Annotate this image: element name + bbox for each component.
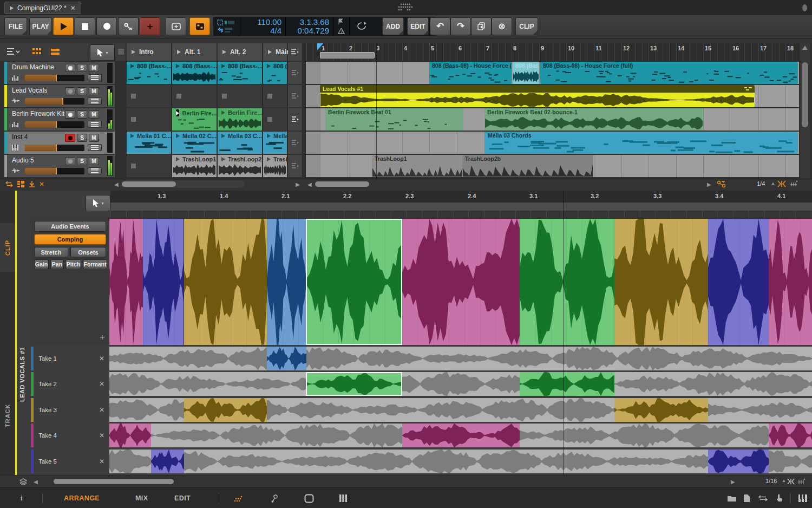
mute-button[interactable]: M: [89, 87, 99, 95]
tab-clip[interactable]: CLIP: [0, 223, 15, 272]
playhead-marker[interactable]: [317, 43, 323, 50]
overdub-toggle-button[interactable]: +: [140, 17, 160, 35]
audio-events-button[interactable]: Audio Events: [34, 221, 106, 232]
launcher-grid-view-icon[interactable]: [32, 48, 41, 56]
launcher-clip[interactable]: Berlin Fire...: [172, 108, 218, 131]
user-avatar[interactable]: [802, 4, 807, 11]
editor-timeline-ruler[interactable]: 1.31.42.12.22.32.43.13.23.33.44.1: [110, 191, 812, 203]
punch-metronome-icons[interactable]: [333, 17, 350, 36]
stop-button[interactable]: [75, 17, 95, 35]
io-routing-icon[interactable]: [758, 495, 768, 502]
arranger-snap-value[interactable]: 1/4: [757, 180, 765, 187]
project-tab[interactable]: CompingGUI22 * ✕: [4, 2, 81, 14]
file-menu-button[interactable]: FILE: [4, 17, 27, 35]
duplicate-button[interactable]: [471, 17, 492, 35]
comp-segment-pink[interactable]: [109, 219, 143, 345]
stretch-button[interactable]: Stretch: [34, 247, 68, 257]
loop-follow-icons[interactable]: [213, 17, 239, 36]
add-track-button[interactable]: ADD: [382, 17, 404, 35]
scene-play-icon[interactable]: [177, 50, 181, 54]
take-label[interactable]: Take 4✕: [31, 424, 109, 447]
clip-launcher-toggle-button[interactable]: [166, 17, 186, 35]
view-tab-mix[interactable]: MIX: [135, 488, 148, 508]
arranger-vertical-scrollbar[interactable]: [800, 43, 810, 179]
editor-grid-icon[interactable]: [798, 478, 806, 485]
panel-columns-icon[interactable]: [339, 494, 348, 503]
arranger-scroll-left-icon[interactable]: ◀: [307, 181, 312, 187]
tempo-value[interactable]: 110.00: [239, 18, 285, 27]
launcher-hscroll-track[interactable]: [120, 180, 245, 188]
clip-play-icon[interactable]: [176, 157, 180, 161]
mute-button[interactable]: M: [89, 134, 99, 142]
take-comp-region[interactable]: [306, 372, 402, 396]
clip-playing-icon[interactable]: [176, 109, 179, 116]
comp-segment-green[interactable]: [520, 219, 614, 345]
clip-play-icon[interactable]: [221, 157, 225, 161]
comping-button[interactable]: Comping: [34, 234, 106, 245]
take-label[interactable]: Take 5✕: [31, 450, 109, 473]
comp-segment-pink[interactable]: [769, 219, 812, 345]
file-icon[interactable]: [743, 494, 750, 503]
automation-write-button[interactable]: w: [118, 17, 139, 35]
arranger-vscroll-thumb[interactable]: [802, 62, 808, 127]
volume-fader[interactable]: [25, 98, 84, 105]
follow-playhead-icon[interactable]: [29, 181, 35, 187]
launcher-clip[interactable]: TrashLoop2b: [218, 155, 263, 177]
clip-slot-empty[interactable]: [127, 85, 172, 107]
launcher-compact-icon[interactable]: [17, 181, 24, 187]
gain-button[interactable]: Gain: [34, 259, 49, 269]
clip-slot-empty[interactable]: [127, 108, 172, 131]
launcher-scroll-left-icon[interactable]: ◀: [114, 181, 119, 187]
solo-button[interactable]: S: [77, 110, 87, 119]
comp-segment-purple[interactable]: [143, 219, 184, 345]
clip-slot-empty[interactable]: [172, 85, 218, 107]
piano-keys-icon[interactable]: [798, 494, 808, 503]
clip-play-icon[interactable]: [130, 134, 134, 138]
scene-play-icon[interactable]: [222, 50, 226, 54]
arranger-lanes-view-icon[interactable]: [51, 48, 60, 56]
solo-button[interactable]: S: [77, 87, 87, 95]
launcher-clip[interactable]: TrashLoop1: [172, 155, 218, 177]
take-label[interactable]: Take 2✕: [31, 372, 109, 396]
track-header[interactable]: Audio 5SM: [4, 155, 115, 177]
link-icon[interactable]: [271, 494, 278, 503]
comp-segment-green[interactable]: [306, 219, 402, 345]
scene-continue-button[interactable]: [288, 132, 303, 154]
view-tab-arrange[interactable]: ARRANGE: [64, 488, 100, 508]
volume-fader[interactable]: [25, 75, 84, 81]
launcher-clip[interactable]: Trash: [263, 155, 288, 177]
editor-scroll-left-icon[interactable]: ◀: [34, 479, 38, 485]
arranger-clip[interactable]: 808 (Bass-08) - House Force (: [429, 62, 512, 84]
track-list-menu-icon[interactable]: [6, 47, 21, 57]
close-icon[interactable]: ✕: [70, 4, 76, 12]
onsets-button[interactable]: Onsets: [70, 247, 106, 257]
clip-play-icon[interactable]: [221, 110, 225, 115]
tempo-display[interactable]: 110.00 4/4: [239, 17, 286, 36]
launcher-hscroll-thumb[interactable]: [122, 181, 176, 187]
record-arm-button[interactable]: [65, 134, 75, 142]
arranger-clip[interactable]: TrashLoop1: [372, 155, 462, 177]
track-menu-button[interactable]: [88, 144, 102, 151]
take-comp-region[interactable]: [520, 372, 614, 396]
clip-play-icon[interactable]: [176, 134, 180, 138]
mute-button[interactable]: M: [89, 157, 99, 165]
volume-fader[interactable]: [25, 168, 84, 174]
take-comp-region[interactable]: [402, 424, 520, 447]
play-menu-button[interactable]: PLAY: [29, 17, 52, 35]
clip-menu-button[interactable]: CLIP: [515, 17, 538, 35]
scene-header-alt-1[interactable]: Alt. 1: [172, 43, 218, 61]
scene-header-alt-2[interactable]: Alt. 2: [218, 43, 263, 61]
record-button[interactable]: [96, 17, 117, 35]
volume-fader[interactable]: [25, 121, 84, 128]
arranger-timeline-ruler[interactable]: 123456789101112131415161718: [306, 43, 799, 61]
clear-selection-icon[interactable]: ✕: [39, 180, 44, 188]
take-label[interactable]: Take 1✕: [31, 347, 109, 370]
launcher-scroll-right-icon[interactable]: ▶: [296, 181, 300, 187]
clip-play-icon[interactable]: [176, 64, 180, 68]
snap-to-grid-icon[interactable]: [777, 180, 786, 187]
launcher-clip[interactable]: 808 (Bass-...: [127, 62, 172, 84]
song-position-value[interactable]: 3.1.3.68: [286, 18, 333, 27]
take-waveform-lane[interactable]: [109, 424, 812, 447]
take-waveform-lane[interactable]: [109, 372, 812, 396]
solo-button[interactable]: S: [77, 134, 87, 142]
